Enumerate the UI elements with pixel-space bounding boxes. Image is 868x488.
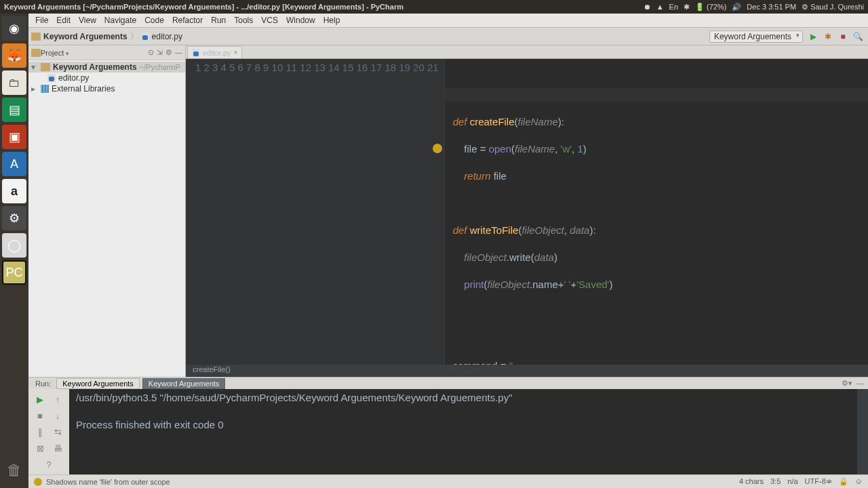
stop-button[interactable]: ■: [33, 408, 47, 423]
python-file-icon: [141, 33, 149, 41]
console-toolbar: ▶↑ ■↓ ‖⇆ ⊠🖶 ?: [28, 389, 69, 474]
breadcrumb[interactable]: Keyword Arguements 〉 editor.py: [31, 30, 182, 42]
help-button[interactable]: ?: [41, 457, 56, 472]
rerun-button[interactable]: ▶: [33, 392, 47, 407]
menu-refactor[interactable]: Refactor: [168, 16, 207, 25]
run-label: Run:: [33, 380, 54, 388]
unity-launcher: ◉ 🦊 🗀 ▤ ▣ A a ⚙ ◯ PC 🗑: [0, 14, 28, 488]
status-caret-pos: 3:5: [770, 477, 781, 486]
gutter: 1 2 3 4 5 6 7 8 9 10 11 12 13 14 15 16 1…: [186, 59, 445, 365]
library-icon: [41, 85, 49, 93]
window-title: Keyword Arguements [~/PycharmProjects/Ke…: [4, 3, 403, 11]
pause-button[interactable]: ‖: [33, 424, 47, 439]
down-button[interactable]: ↓: [50, 408, 65, 423]
chromium-icon[interactable]: ◯: [2, 233, 26, 258]
gear-icon[interactable]: ⚙: [165, 48, 172, 57]
wrap-button[interactable]: ⇆: [50, 424, 65, 439]
menu-code[interactable]: Code: [140, 16, 168, 25]
run-config-selector[interactable]: Keyword Arguements: [709, 30, 803, 43]
menu-view[interactable]: View: [75, 16, 100, 25]
menu-tools[interactable]: Tools: [230, 16, 257, 25]
breadcrumb-root[interactable]: Keyword Arguements: [43, 32, 127, 41]
locate-icon[interactable]: ⊙: [148, 48, 154, 57]
wifi-icon: ▲: [656, 3, 664, 11]
menu-run[interactable]: Run: [207, 16, 230, 25]
collapse-icon[interactable]: ⇲: [157, 48, 163, 57]
lock-icon[interactable]: 🔒: [839, 477, 848, 486]
user-menu[interactable]: ⚙ Saud J. Qureshi: [802, 3, 864, 12]
status-message: Shadows name 'file' from outer scope: [46, 478, 170, 486]
ide-window: File Edit View Navigate Code Refactor Ru…: [28, 14, 868, 488]
intention-bulb-icon[interactable]: [433, 144, 442, 153]
project-header: Project ⊙ ⇲ ⚙ —: [28, 45, 185, 60]
amazon-icon[interactable]: a: [2, 179, 26, 203]
project-view-dropdown[interactable]: Project: [41, 49, 69, 57]
folder-icon: [41, 63, 50, 71]
menu-window[interactable]: Window: [282, 16, 319, 25]
run-tab-0[interactable]: Keyword Arguements: [56, 378, 140, 389]
libreoffice-calc-icon[interactable]: ▤: [2, 98, 26, 122]
python-file-icon: [47, 74, 56, 82]
tree-external-libs[interactable]: ▸ External Libraries: [28, 83, 185, 94]
main-split: Project ⊙ ⇲ ⚙ — ▾ Keyword Arguements ~/P…: [28, 45, 868, 377]
code-editor[interactable]: 1 2 3 4 5 6 7 8 9 10 11 12 13 14 15 16 1…: [186, 59, 868, 365]
hide-icon[interactable]: —: [175, 48, 182, 57]
run-tool-tabs: Run: Keyword Arguements Keyword Arguemen…: [28, 377, 868, 389]
pycharm-icon[interactable]: PC: [2, 260, 26, 285]
lang-icon: En: [669, 3, 678, 11]
minimize-icon[interactable]: —: [856, 379, 864, 388]
menu-bar: File Edit View Navigate Code Refactor Ru…: [28, 14, 868, 28]
python-file-icon: [192, 49, 200, 57]
settings-icon[interactable]: ⚙: [2, 206, 26, 230]
trash-icon[interactable]: 🗑: [2, 458, 26, 483]
menu-file[interactable]: File: [31, 16, 52, 25]
menu-edit[interactable]: Edit: [52, 16, 75, 25]
debug-button[interactable]: ✱: [822, 30, 834, 43]
navigation-bar: Keyword Arguements 〉 editor.py Keyword A…: [28, 28, 868, 45]
status-inspection: n/a: [787, 477, 797, 486]
system-top-bar: Keyword Arguements [~/PycharmProjects/Ke…: [0, 0, 868, 14]
close-icon[interactable]: ×: [234, 49, 238, 56]
project-tool-window: Project ⊙ ⇲ ⚙ — ▾ Keyword Arguements ~/P…: [28, 45, 186, 377]
tree-file-editor[interactable]: editor.py: [28, 73, 185, 83]
gear-icon[interactable]: ⚙▾: [842, 379, 852, 388]
run-button[interactable]: ▶: [807, 30, 819, 43]
system-tray: ⏺ ▲ En ✱ 🔋(72%) 🔊 Dec 3 3:51 PM ⚙ Saud J…: [644, 3, 864, 12]
breadcrumbs-bottom[interactable]: createFile(): [186, 365, 868, 377]
editor-tab-active[interactable]: editor.py ×: [187, 46, 242, 58]
breadcrumb-file[interactable]: editor.py: [152, 32, 182, 41]
console-output[interactable]: /usr/bin/python3.5 "/home/saud/PycharmPr…: [69, 389, 857, 474]
search-everywhere-button[interactable]: 🔍: [852, 30, 864, 43]
editor-area: editor.py × 1 2 3 4 5 6 7 8 9 10 11 12 1…: [186, 45, 868, 377]
files-icon[interactable]: 🗀: [2, 70, 26, 95]
libreoffice-impress-icon[interactable]: ▣: [2, 125, 26, 149]
run-console-panel: ▶↑ ■↓ ‖⇆ ⊠🖶 ? /usr/bin/python3.5 "/home/…: [28, 389, 868, 474]
dash-icon[interactable]: ◉: [2, 16, 26, 41]
up-button[interactable]: ↑: [50, 392, 65, 407]
warning-bulb-icon[interactable]: [34, 478, 42, 486]
tree-root[interactable]: ▾ Keyword Arguements ~/PycharmP: [28, 62, 185, 73]
menu-help[interactable]: Help: [319, 16, 344, 25]
project-tree[interactable]: ▾ Keyword Arguements ~/PycharmP editor.p…: [28, 60, 185, 377]
volume-icon: 🔊: [732, 3, 741, 12]
menu-vcs[interactable]: VCS: [257, 16, 282, 25]
bluetooth-icon: ✱: [684, 3, 690, 12]
code-content[interactable]: def createFile(fileName): file = open(fi…: [445, 59, 868, 365]
clock: Dec 3 3:51 PM: [747, 3, 796, 11]
folder-icon: [31, 33, 41, 41]
rec-icon: ⏺: [644, 3, 651, 11]
status-chars: 4 chars: [739, 477, 764, 486]
editor-tabs: editor.py ×: [186, 45, 868, 59]
firefox-icon[interactable]: 🦊: [2, 43, 26, 68]
close-button[interactable]: ⊠: [33, 441, 47, 455]
console-scrollbar[interactable]: [857, 389, 868, 474]
battery-icon: 🔋(72%): [695, 3, 726, 12]
menu-navigate[interactable]: Navigate: [100, 16, 140, 25]
software-center-icon[interactable]: A: [2, 152, 26, 176]
folder-icon: [31, 49, 41, 57]
stop-button[interactable]: ■: [837, 30, 849, 43]
hector-icon[interactable]: ☺: [855, 477, 863, 486]
run-tab-1[interactable]: Keyword Arguements: [142, 378, 226, 389]
status-encoding[interactable]: UTF-8≑: [805, 477, 832, 486]
print-button[interactable]: 🖶: [50, 441, 65, 455]
